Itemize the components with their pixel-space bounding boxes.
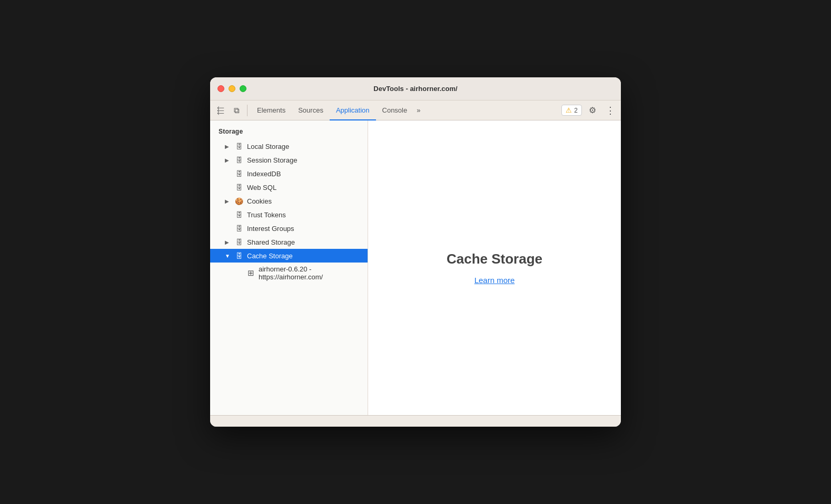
chevron-right-icon: ▶ [225, 157, 231, 163]
layers-icon: ⧉ [234, 106, 240, 115]
close-button[interactable] [217, 85, 224, 92]
tab-console[interactable]: Console [376, 100, 414, 120]
tab-application[interactable]: Application [330, 100, 376, 120]
devtools-window: DevTools - airhorner.com/ ⬱ ⧉ Elements S… [210, 77, 621, 427]
sidebar-item-web-sql[interactable]: Web SQL [210, 180, 368, 194]
panel-title: Cache Storage [447, 251, 542, 267]
toolbar: ⬱ ⧉ Elements Sources Application Console… [210, 100, 621, 120]
minimize-button[interactable] [229, 85, 235, 92]
more-menu-icon: ⋮ [606, 105, 615, 116]
titlebar: DevTools - airhorner.com/ [210, 77, 621, 100]
chevron-right-icon: ▶ [225, 198, 231, 204]
window-title: DevTools - airhorner.com/ [373, 85, 457, 93]
tab-elements[interactable]: Elements [251, 100, 292, 120]
sidebar-item-interest-groups[interactable]: Interest Groups [210, 221, 368, 235]
chevron-down-icon: ▼ [225, 253, 231, 259]
db-icon [234, 210, 244, 219]
warning-badge[interactable]: ⚠ 2 [561, 105, 582, 116]
gear-icon: ⚙ [589, 105, 596, 115]
main-content: Storage ▶ Local Storage ▶ Session Storag… [210, 120, 621, 415]
sidebar: Storage ▶ Local Storage ▶ Session Storag… [210, 120, 368, 415]
sidebar-section-storage: Storage [210, 126, 368, 139]
db-icon [234, 156, 244, 164]
settings-button[interactable]: ⚙ [585, 103, 600, 118]
more-tabs-button[interactable]: » [413, 106, 423, 114]
sidebar-item-cookies[interactable]: ▶ Cookies [210, 194, 368, 208]
db-icon [234, 251, 244, 260]
chevron-right-icon: ▶ [225, 144, 231, 149]
cursor-tool-button[interactable]: ⬱ [213, 103, 228, 118]
toolbar-right: ⚠ 2 ⚙ ⋮ [561, 103, 618, 118]
cursor-icon: ⬱ [217, 106, 224, 115]
toolbar-divider [247, 105, 248, 116]
toolbar-tabs: Elements Sources Application Console » [251, 100, 560, 120]
sidebar-item-local-storage[interactable]: ▶ Local Storage [210, 139, 368, 153]
chevron-right-icon: ▶ [225, 239, 231, 245]
db-icon [234, 183, 244, 191]
maximize-button[interactable] [240, 85, 246, 92]
right-panel: Cache Storage Learn more [368, 120, 621, 415]
sidebar-item-trust-tokens[interactable]: Trust Tokens [210, 208, 368, 221]
sidebar-item-cache-storage[interactable]: ▼ Cache Storage [210, 249, 368, 263]
sidebar-item-cache-entry[interactable]: airhorner-0.6.20 - https://airhorner.com… [210, 263, 368, 284]
warning-icon: ⚠ [566, 106, 572, 114]
db-icon [234, 169, 244, 178]
table-icon [246, 268, 255, 278]
sidebar-item-indexeddb[interactable]: IndexedDB [210, 167, 368, 180]
sidebar-item-session-storage[interactable]: ▶ Session Storage [210, 153, 368, 167]
statusbar [210, 415, 621, 427]
db-icon [234, 142, 244, 150]
layers-tool-button[interactable]: ⧉ [229, 103, 244, 118]
traffic-lights [217, 85, 246, 92]
more-menu-button[interactable]: ⋮ [603, 103, 618, 118]
learn-more-link[interactable]: Learn more [474, 276, 515, 285]
sidebar-item-shared-storage[interactable]: ▶ Shared Storage [210, 235, 368, 249]
tab-sources[interactable]: Sources [292, 100, 330, 120]
db-icon [234, 224, 244, 233]
cookie-icon [234, 197, 244, 205]
db-icon [234, 238, 244, 246]
